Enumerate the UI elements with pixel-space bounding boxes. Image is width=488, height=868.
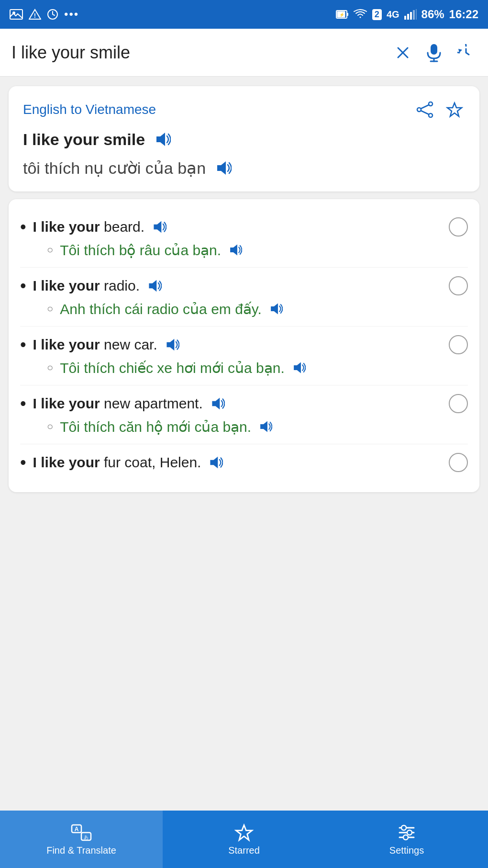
svg-point-30 xyxy=(403,835,408,840)
clear-button[interactable] xyxy=(393,43,412,62)
translation-card: English to Vietnamese xyxy=(9,86,479,192)
bullet-4: • xyxy=(20,395,26,412)
warning-icon: ! xyxy=(29,9,41,20)
nav-settings[interactable]: Settings xyxy=(325,811,488,868)
svg-text:!: ! xyxy=(34,12,36,19)
example-en-left-5: • I like your fur coat, Helen. xyxy=(20,453,449,472)
small-bullet-3: ○ xyxy=(47,361,53,374)
radio-3[interactable] xyxy=(449,335,468,354)
examples-card: • I like your beard. ○ Tôi thích bộ râu … xyxy=(9,199,479,492)
example-item-2: • I like your radio. ○ Anh thích cái rad… xyxy=(20,268,468,327)
network-type: 4G xyxy=(387,9,399,20)
translate-nav-icon: A あ xyxy=(71,823,92,842)
example-en-text-3: I like your new car. xyxy=(33,337,157,353)
card-header: English to Vietnamese xyxy=(23,100,465,120)
radio-5[interactable] xyxy=(449,453,468,472)
svg-rect-9 xyxy=(407,14,409,20)
example-vi-2: ○ Anh thích cái radio của em đấy. xyxy=(20,300,468,317)
speaker-icon-en-5 xyxy=(208,455,223,470)
example-vi-text-1: Tôi thích bộ râu của bạn. xyxy=(60,242,221,259)
source-text: I like your smile xyxy=(23,129,465,149)
speaker-icon-vi-3 xyxy=(291,361,306,374)
translated-text: tôi thích nụ cười của bạn xyxy=(23,158,465,178)
speaker-icon xyxy=(154,131,171,147)
svg-line-19 xyxy=(421,105,429,109)
search-query: I like your smile xyxy=(11,43,386,63)
example-vi-3: ○ Tôi thích chiếc xe hơi mới của bạn. xyxy=(20,359,468,376)
microphone-button[interactable] xyxy=(424,41,444,64)
example-en-2: • I like your radio. xyxy=(20,276,468,295)
wifi-icon xyxy=(353,9,367,20)
star-icon xyxy=(446,101,463,118)
bottom-nav: A あ Find & Translate Starred xyxy=(0,811,488,868)
close-icon xyxy=(395,45,410,60)
speak-en-2[interactable] xyxy=(144,277,164,295)
speaker-icon-vi-1 xyxy=(228,243,242,257)
example-item-4: • I like your new apartment. ○ Tôi thích… xyxy=(20,385,468,444)
svg-point-28 xyxy=(401,825,406,830)
share-button[interactable] xyxy=(414,100,435,120)
radio-4[interactable] xyxy=(449,394,468,413)
nav-find-translate-label: Find & Translate xyxy=(46,845,116,856)
microphone-icon xyxy=(426,43,442,62)
small-bullet-2: ○ xyxy=(47,303,53,315)
speaker-icon-vi xyxy=(214,160,232,176)
example-en-left-4: • I like your new apartment. xyxy=(20,395,449,413)
nav-starred[interactable]: Starred xyxy=(163,811,325,868)
signal-icon xyxy=(404,9,417,20)
history-button[interactable] xyxy=(455,42,477,63)
svg-rect-10 xyxy=(410,12,412,20)
speak-vi-4[interactable] xyxy=(256,418,274,435)
small-bullet-1: ○ xyxy=(47,244,53,256)
image-icon xyxy=(10,9,23,20)
star-nav-svg xyxy=(234,823,254,842)
example-vi-4: ○ Tôi thích căn hộ mới của bạn. xyxy=(20,418,468,435)
speaker-icon-en-2 xyxy=(146,279,162,293)
source-speak-button[interactable] xyxy=(152,129,173,149)
clock-icon xyxy=(47,9,58,20)
example-item-5: • I like your fur coat, Helen. xyxy=(20,444,468,483)
radio-1[interactable] xyxy=(449,217,468,237)
speak-en-5[interactable] xyxy=(206,453,225,472)
example-item-3: • I like your new car. ○ Tôi thích chiếc… xyxy=(20,327,468,385)
example-vi-text-4: Tôi thích căn hộ mới của bạn. xyxy=(60,418,251,435)
example-vi-1: ○ Tôi thích bộ râu của bạn. xyxy=(20,241,468,259)
svg-rect-11 xyxy=(413,10,415,20)
battery-percent: 86% xyxy=(421,8,444,21)
example-en-1: • I like your beard. xyxy=(20,217,468,237)
example-en-left-3: • I like your new car. xyxy=(20,336,449,354)
svg-rect-12 xyxy=(416,9,417,20)
time: 16:22 xyxy=(449,8,478,21)
speak-en-4[interactable] xyxy=(208,395,227,413)
nav-find-translate[interactable]: A あ Find & Translate xyxy=(0,811,163,868)
translation-speak-button[interactable] xyxy=(212,158,233,178)
favorite-button[interactable] xyxy=(444,100,465,120)
svg-text:あ: あ xyxy=(84,834,89,840)
speak-vi-2[interactable] xyxy=(266,300,285,317)
speak-vi-3[interactable] xyxy=(289,359,308,376)
bullet-1: • xyxy=(20,218,26,236)
speak-en-3[interactable] xyxy=(162,336,181,354)
example-vi-text-3: Tôi thích chiếc xe hơi mới của bạn. xyxy=(60,360,285,376)
svg-rect-13 xyxy=(431,44,437,55)
speaker-icon-vi-2 xyxy=(268,302,283,316)
small-bullet-4: ○ xyxy=(47,420,53,433)
example-en-text-2: I like your radio. xyxy=(33,278,140,294)
example-en-left-1: • I like your beard. xyxy=(20,218,449,236)
status-right-info: ⚡ 2 4G 86% 16:22 xyxy=(336,8,478,21)
bullet-5: • xyxy=(20,454,26,471)
svg-rect-8 xyxy=(404,16,406,20)
svg-text:⚡: ⚡ xyxy=(339,12,345,18)
star-nav-icon xyxy=(234,823,254,842)
status-left-icons: ! ••• xyxy=(10,8,79,21)
example-en-5: • I like your fur coat, Helen. xyxy=(20,453,468,472)
translate-icon: A あ xyxy=(71,823,92,842)
share-icon xyxy=(416,101,433,118)
example-en-3: • I like your new car. xyxy=(20,335,468,354)
battery-icon: ⚡ xyxy=(336,9,348,20)
card-actions xyxy=(414,100,465,120)
speak-en-1[interactable] xyxy=(149,218,168,236)
radio-2[interactable] xyxy=(449,276,468,295)
nav-starred-label: Starred xyxy=(228,845,260,856)
speak-vi-1[interactable] xyxy=(226,241,244,259)
